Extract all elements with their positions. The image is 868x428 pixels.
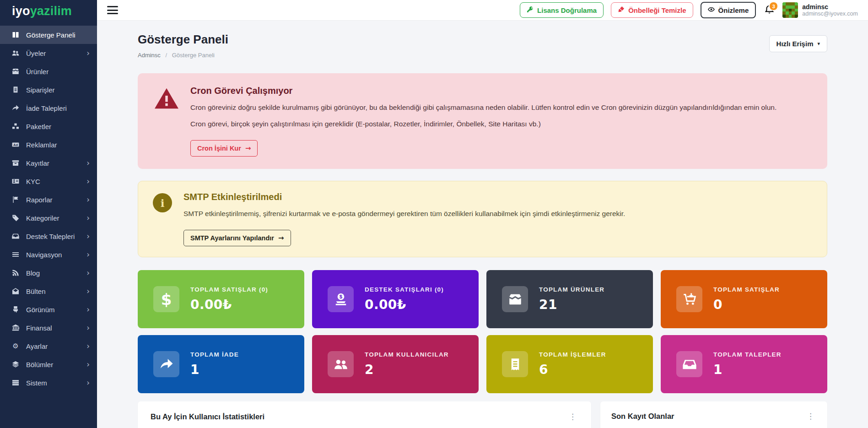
sidebar-item-label: Siparişler [26,86,55,94]
chevron-right-icon: › [86,306,90,314]
bank-icon [11,324,20,331]
chevron-right-icon: › [86,178,90,185]
stat-label: TOPLAM SATIŞLAR [713,286,780,293]
stat-card-3[interactable]: TOPLAM SATIŞLAR0 [661,270,827,328]
chevron-right-icon: › [86,269,90,277]
stat-card-1[interactable]: $DESTEK SATIŞLARI (0)0.00₺ [312,270,479,328]
sidebar-item-label: Ürünler [26,68,49,76]
sidebar-item-label: Raporlar [26,196,53,204]
sidebar-item-g-sterge-paneli[interactable]: Gösterge Paneli [0,26,97,44]
sidebar-item-label: Ayarlar [26,342,48,350]
stat-value: 0.00₺ [365,297,444,312]
layers-icon [11,361,20,368]
sidebar-item-navigasyon[interactable]: Navigasyon› [0,245,97,264]
sidebar-item-b-l-mler[interactable]: Bölümler› [0,355,97,374]
server-icon [11,379,20,386]
share-icon [11,104,20,112]
setup-cron-button[interactable]: Cron İşini Kur → [190,140,258,157]
sidebar-item-kategoriler[interactable]: Kategoriler› [0,209,97,227]
preview-label: Önizleme [718,6,749,14]
stat-card-6[interactable]: TOPLAM İŞLEMLER6 [486,335,653,393]
stat-label: TOPLAM ÜRÜNLER [539,286,604,293]
sidebar-item-reklamlar[interactable]: AdReklamlar [0,135,97,154]
svg-text:$: $ [339,294,342,299]
cron-alert-line2: Cron görevi, birçok şeyin çalıştırılması… [190,118,776,130]
app-logo[interactable]: iyoyazilim [0,0,97,22]
stat-card-2[interactable]: TOPLAM ÜRÜNLER21 [486,270,653,328]
logo-part-iyo: iyo [12,4,30,18]
breadcrumb-home[interactable]: Adminsc [138,52,161,59]
archive-icon [11,159,20,167]
sidebar-item-kyc[interactable]: KYC› [0,172,97,190]
ad-icon: Ad [11,141,20,148]
kebab-menu-icon[interactable]: ⋮ [805,412,816,421]
chevron-right-icon: › [86,287,90,295]
smtp-alert-title: SMTP Etkinleştirilmedi [183,192,625,202]
chevron-right-icon: › [86,324,90,332]
user-stats-title: Bu Ay İçin Kullanıcı İstatistikleri [151,412,264,421]
chevron-right-icon: › [86,361,90,368]
box-icon [11,68,20,75]
stat-label: TOPLAM SATIŞLAR (0) [190,286,268,293]
sidebar-item-label: KYC [26,178,40,185]
stat-card-5[interactable]: TOPLAM KULLANICILAR2 [312,335,479,393]
key-icon [527,6,534,14]
stat-card-0[interactable]: $TOPLAM SATIŞLAR (0)0.00₺ [138,270,304,328]
chevron-right-icon: › [86,214,90,222]
admin-dashboard: iyoyazilim Gösterge PaneliÜyeler›Ürünler… [0,0,868,428]
sidebar-item-label: Kayıtlar [26,159,49,167]
stats-grid: $TOPLAM SATIŞLAR (0)0.00₺$DESTEK SATIŞLA… [138,270,827,393]
cubes-icon [11,123,20,130]
sidebar-item-g-r-n-m[interactable]: Görünüm› [0,300,97,319]
sidebar-item-raporlar[interactable]: Raporlar› [0,190,97,209]
recent-signups-title: Son Kayıt Olanlar [611,412,674,421]
users-icon [11,49,20,57]
sidebar-item-paketler[interactable]: Paketler [0,117,97,135]
sidebar-item-blog[interactable]: Blog› [0,264,97,282]
sidebar-item-label: Gösterge Paneli [26,31,75,39]
dollar-icon: $ [153,286,179,312]
sidebar-item-finansal[interactable]: Finansal› [0,319,97,337]
setup-cron-label: Cron İşini Kur [197,145,241,152]
quick-access-button[interactable]: Hızlı Erişim ▾ [769,35,827,52]
list-icon [11,251,20,258]
license-verify-button[interactable]: Lisans Doğrulama [520,2,604,18]
user-menu[interactable]: adminsc adminsc@iyovex.com [782,2,858,18]
kebab-menu-icon[interactable]: ⋮ [567,412,578,421]
sidebar-item-b-lten[interactable]: Bülten› [0,282,97,300]
sidebar-item-label: Bülten [26,287,46,295]
stat-card-7[interactable]: TOPLAM TALEPLER1 [661,335,827,393]
chevron-right-icon: › [86,159,90,167]
user-email: adminsc@iyovex.com [802,11,858,17]
notifications-button[interactable]: 3 [763,4,775,16]
logo-part-yazilim: yazilim [30,4,72,18]
sidebar-item-ayarlar[interactable]: ⚙Ayarlar› [0,337,97,355]
sidebar-item--r-nler[interactable]: Ürünler [0,62,97,81]
breadcrumb-separator: / [165,52,167,59]
sidebar-item-kay-tlar[interactable]: Kayıtlar› [0,154,97,172]
sidebar-item-label: Bölümler [26,361,53,368]
clean-brush-icon [618,6,625,14]
chevron-right-icon: › [86,342,90,350]
svg-text:Ad: Ad [13,143,18,147]
clear-cache-button[interactable]: Önbelleği Temizle [611,2,693,18]
stat-card-4[interactable]: TOPLAM İADE1 [138,335,304,393]
inbox-big-icon [676,351,702,377]
quick-access-label: Hızlı Erişim [776,40,814,48]
stat-value: 6 [539,362,606,377]
configure-smtp-button[interactable]: SMTP Ayarlarını Yapılandır → [183,230,291,246]
open-box-icon [502,286,528,312]
recent-signups-card: Son Kayıt Olanlar ⋮ demo demo [600,401,827,428]
sidebar-item-label: Kategoriler [26,214,59,222]
preview-button[interactable]: Önizleme [701,2,756,18]
sidebar-item--yeler[interactable]: Üyeler› [0,44,97,62]
sidebar-item-sipari-ler[interactable]: Siparişler [0,81,97,99]
caret-down-icon: ▾ [817,41,820,47]
user-name: adminsc [802,3,858,11]
arrow-right-icon: → [278,234,284,242]
sidebar-item-i-ade-talepleri[interactable]: İade Talepleri [0,99,97,117]
sidebar-item-destek-talepleri[interactable]: Destek Talepleri› [0,227,97,245]
sidebar-item-sistem[interactable]: Sistem› [0,374,97,392]
gear-icon: ⚙ [11,342,20,350]
sidebar-toggle-icon[interactable] [107,6,118,14]
